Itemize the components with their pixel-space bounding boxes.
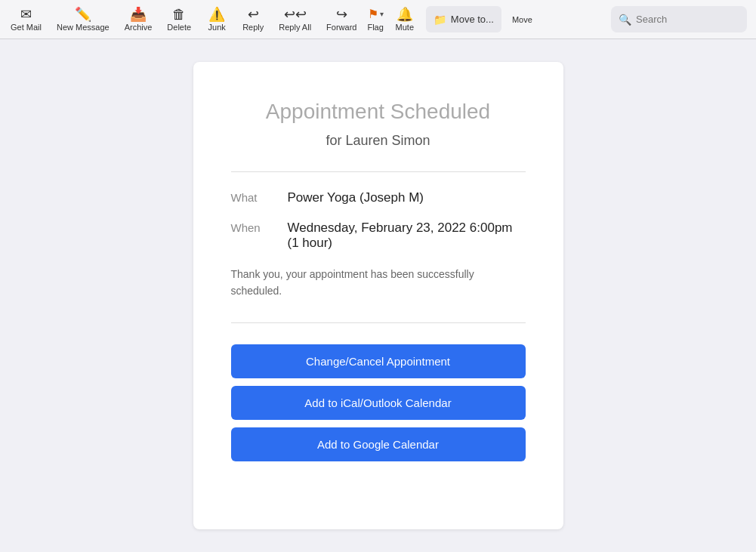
bottom-divider: [231, 322, 526, 323]
junk-icon: ⚠️: [208, 8, 225, 21]
email-card: Appointment Scheduled for Lauren Simon W…: [193, 62, 563, 529]
when-label: When: [231, 220, 273, 234]
archive-label: Archive: [125, 23, 153, 32]
get-mail-button[interactable]: ✉ Get Mail: [3, 0, 49, 39]
mute-label: Mute: [396, 23, 414, 32]
move-label: Move: [512, 15, 532, 24]
what-label: What: [231, 190, 273, 204]
get-mail-icon: ✉: [20, 8, 32, 21]
delete-button[interactable]: 🗑 Delete: [159, 0, 199, 39]
main-content: Appointment Scheduled for Lauren Simon W…: [0, 39, 756, 552]
move-to-label: Move to...: [451, 14, 494, 25]
move-to-icon: 📁: [434, 14, 446, 25]
email-title: Appointment Scheduled: [231, 100, 526, 124]
top-divider: [231, 171, 526, 172]
reply-all-button[interactable]: ↩↩ Reply All: [271, 0, 319, 39]
when-row: When Wednesday, February 23, 2022 6:00pm…: [231, 220, 526, 251]
flag-icon: ⚑: [368, 7, 378, 21]
when-value: Wednesday, February 23, 2022 6:00pm (1 h…: [288, 220, 526, 251]
new-message-label: New Message: [57, 23, 110, 32]
move-to-button[interactable]: 📁 Move to...: [426, 6, 501, 32]
delete-label: Delete: [167, 23, 191, 32]
new-message-icon: ✏️: [75, 8, 91, 21]
forward-label: Forward: [326, 23, 356, 32]
forward-icon: ↪: [336, 8, 347, 21]
forward-button[interactable]: ↪ Forward: [319, 0, 364, 39]
reply-all-icon: ↩↩: [284, 8, 307, 21]
delete-icon: 🗑: [172, 8, 186, 21]
new-message-button[interactable]: ✏️ New Message: [49, 0, 117, 39]
archive-icon: 📥: [130, 8, 147, 21]
junk-button[interactable]: ⚠️ Junk: [199, 0, 235, 39]
search-container[interactable]: 🔍: [611, 6, 747, 32]
archive-button[interactable]: 📥 Archive: [117, 0, 160, 39]
flag-label: Flag: [367, 23, 383, 32]
flag-button[interactable]: ⚑ ▾ Flag: [364, 0, 386, 39]
email-subtitle: for Lauren Simon: [231, 133, 526, 149]
move-button[interactable]: Move: [505, 0, 540, 39]
reply-icon: ↩: [248, 8, 259, 21]
change-cancel-button[interactable]: Change/Cancel Appointment: [231, 344, 526, 378]
search-input[interactable]: [636, 14, 734, 25]
junk-label: Junk: [208, 23, 226, 32]
what-row: What Power Yoga (Joseph M): [231, 190, 526, 205]
reply-all-label: Reply All: [279, 23, 311, 32]
mute-button[interactable]: 🔔 Mute: [387, 0, 423, 39]
toolbar: ✉ Get Mail ✏️ New Message 📥 Archive 🗑 De…: [0, 0, 756, 39]
search-icon: 🔍: [619, 14, 631, 26]
flag-chevron-icon: ▾: [380, 10, 384, 18]
reply-label: Reply: [242, 23, 264, 32]
add-google-button[interactable]: Add to Google Calendar: [231, 427, 526, 461]
email-body: Thank you, your appointment has been suc…: [231, 266, 526, 300]
what-value: Power Yoga (Joseph M): [288, 190, 424, 205]
add-ical-button[interactable]: Add to iCal/Outlook Calendar: [231, 386, 526, 420]
reply-button[interactable]: ↩ Reply: [235, 0, 271, 39]
get-mail-label: Get Mail: [11, 23, 42, 32]
mute-icon: 🔔: [397, 8, 413, 21]
